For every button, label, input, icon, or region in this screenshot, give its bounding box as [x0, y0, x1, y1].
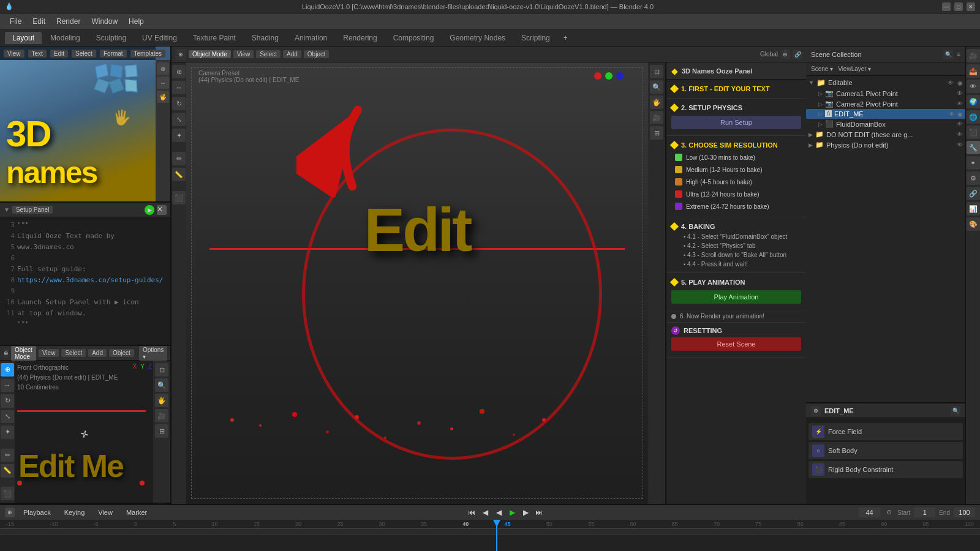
cam-add-tool[interactable]: ⬛	[172, 191, 186, 204]
prop-material-icon[interactable]: 🎨	[967, 217, 980, 231]
ortho-object-mode[interactable]: Object Mode	[11, 346, 36, 361]
cam-move-tool[interactable]: ↔	[172, 81, 186, 94]
keying-btn[interactable]: Keying	[59, 508, 90, 517]
prop-scene-icon[interactable]: 🌍	[967, 95, 980, 108]
res-ultra-btn[interactable]: Ultra (12-24 hours to bake)	[671, 189, 801, 200]
physics-eye[interactable]: 👁	[957, 141, 963, 148]
editable-eye[interactable]: 👁	[948, 80, 954, 86]
soft-body-item[interactable]: ○ Soft Body	[809, 442, 963, 459]
prop-output-icon[interactable]: 📤	[967, 64, 980, 78]
res-medium-btn[interactable]: Medium (1-2 Hours to bake)	[671, 164, 801, 175]
pan-tool[interactable]: 🖐	[155, 394, 168, 407]
res-extreme-btn[interactable]: Extreme (24-72 hours to bake)	[671, 201, 801, 212]
donotedit-eye[interactable]: 👁	[957, 131, 963, 138]
preview-format-btn[interactable]: Format	[100, 50, 127, 58]
rigid-body-item[interactable]: ⬛ Rigid Body Constraint	[809, 461, 963, 478]
cam-transform-tool[interactable]: ✦	[172, 129, 186, 142]
camera2-eye[interactable]: 👁	[957, 100, 963, 107]
scene-dropdown[interactable]: Scene ▾	[811, 66, 833, 72]
grid-tool[interactable]: ⊞	[155, 424, 168, 438]
snap-btn[interactable]: 🔗	[793, 50, 802, 59]
editme-restrict[interactable]: ◉	[957, 111, 963, 118]
play-animation-button[interactable]: Play Animation	[671, 290, 801, 304]
tab-texture-paint[interactable]: Texture Paint	[186, 32, 243, 44]
menu-window[interactable]: Window	[86, 16, 123, 27]
measure-tool[interactable]: 📏	[1, 464, 14, 478]
preview-text-btn[interactable]: Text	[28, 50, 47, 58]
tree-item-camera1[interactable]: ▷ 📷 Camera1 Pivot Point 👁	[806, 88, 965, 99]
menu-edit[interactable]: Edit	[28, 16, 50, 27]
cam-view-btn[interactable]: View	[233, 50, 254, 58]
ortho-select-btn[interactable]: Select	[61, 349, 86, 357]
view-btn[interactable]: View	[93, 508, 118, 517]
cam-mode-icon[interactable]: ⊕	[175, 49, 186, 60]
prev-tool-1[interactable]: ⊕	[157, 62, 169, 75]
tab-modeling[interactable]: Modeling	[43, 32, 88, 44]
tree-item-edit-me[interactable]: ▷ 🅰 EDIT_ME 👁 ◉	[806, 109, 965, 119]
play-reverse-btn[interactable]: ◀	[492, 506, 505, 519]
prop-particles-icon[interactable]: ✦	[967, 156, 980, 170]
close-button[interactable]: ✕	[967, 2, 975, 11]
tree-item-fluiddomain[interactable]: ▷ ⬛ FluidDomainBox 👁	[806, 119, 965, 129]
prop-object-icon[interactable]: ⬛	[967, 126, 980, 139]
camera1-eye[interactable]: 👁	[957, 90, 963, 97]
cam-add-btn[interactable]: Add	[283, 50, 301, 58]
preview-templates-btn[interactable]: Templates	[130, 50, 166, 58]
res-low-btn[interactable]: Low (10-30 mins to bake)	[671, 152, 801, 163]
transform-orient-btn[interactable]: ⊕	[780, 50, 790, 59]
add-cube-tool[interactable]: ⬛	[1, 487, 14, 500]
cam-annotate-tool[interactable]: ✏	[172, 152, 186, 165]
cam-zoom-fit[interactable]: ⊡	[650, 65, 663, 78]
reset-scene-button[interactable]: Reset Scene	[671, 337, 801, 351]
ortho-object-btn[interactable]: Object	[109, 349, 134, 357]
cam-toggle-tool[interactable]: 🎥	[155, 409, 168, 422]
cam-select-btn[interactable]: Select	[256, 50, 281, 58]
cursor-tool[interactable]: ⊕	[1, 363, 14, 377]
move-tool[interactable]: ↔	[1, 379, 14, 392]
tab-sculpting[interactable]: Sculpting	[89, 32, 134, 44]
cam-object-mode[interactable]: Object Mode	[189, 50, 231, 58]
cam-camera-toggle[interactable]: 🎥	[650, 111, 663, 124]
prop-constraints-icon[interactable]: 🔗	[967, 187, 980, 200]
prev-tool-3[interactable]: 🖐	[157, 91, 169, 103]
cam-cursor-tool[interactable]: ⊕	[172, 65, 186, 78]
tab-compositing[interactable]: Compositing	[386, 32, 442, 44]
cam-scale-tool[interactable]: ⤡	[172, 113, 186, 126]
next-frame-btn[interactable]: ▶	[519, 506, 532, 519]
rotate-tool[interactable]: ↻	[1, 394, 14, 408]
tab-rendering[interactable]: Rendering	[336, 32, 384, 44]
zoom-in-tool[interactable]: 🔍	[155, 378, 168, 392]
run-button[interactable]: ▶	[145, 205, 154, 215]
editme-eye[interactable]: 👁	[949, 111, 955, 118]
zoom-fit-tool[interactable]: ⊡	[155, 363, 168, 377]
tree-item-editable[interactable]: ▼ 📁 Editable 👁 ◉	[806, 77, 965, 88]
preview-view-btn[interactable]: View	[4, 50, 24, 58]
add-workspace-button[interactable]: +	[559, 32, 573, 44]
ortho-mode-icon[interactable]: ⊕	[4, 348, 9, 359]
menu-help[interactable]: Help	[124, 16, 149, 27]
prop-view-icon[interactable]: 👁	[967, 80, 980, 93]
play-btn[interactable]: ▶	[506, 506, 518, 519]
tree-item-camera2[interactable]: ▷ 📷 Camera2 Pivot Point 👁	[806, 99, 965, 109]
tab-animation[interactable]: Animation	[287, 32, 334, 44]
outliner-options-btn[interactable]: ≡	[957, 51, 960, 58]
cam-rotate-tool[interactable]: ↻	[172, 97, 186, 110]
cam-zoom-in[interactable]: 🔍	[650, 80, 663, 94]
minimize-button[interactable]: —	[942, 2, 951, 11]
tab-geometry-nodes[interactable]: Geometry Nodes	[442, 32, 513, 44]
res-high-btn[interactable]: High (4-5 hours to bake)	[671, 176, 801, 187]
tab-uv-editing[interactable]: UV Editing	[135, 32, 184, 44]
maximize-button[interactable]: □	[954, 2, 963, 11]
ortho-view-btn[interactable]: View	[39, 349, 59, 357]
tab-scripting[interactable]: Scripting	[514, 32, 557, 44]
preview-edit-btn[interactable]: Edit	[50, 50, 68, 58]
tree-item-physics[interactable]: ▶ 📁 Physics (Do not edit) 👁	[806, 140, 965, 150]
run-setup-button[interactable]: Run Setup	[671, 116, 801, 129]
annotate-tool[interactable]: ✏	[1, 449, 14, 462]
scale-tool[interactable]: ⤡	[1, 410, 14, 424]
prop-data-icon[interactable]: 📊	[967, 202, 980, 216]
cam-pan[interactable]: 🖐	[650, 96, 663, 109]
ortho-options-btn[interactable]: Options ▾	[139, 346, 167, 361]
end-frame-display[interactable]: 100	[954, 508, 975, 517]
cam-object-btn[interactable]: Object	[304, 50, 329, 58]
